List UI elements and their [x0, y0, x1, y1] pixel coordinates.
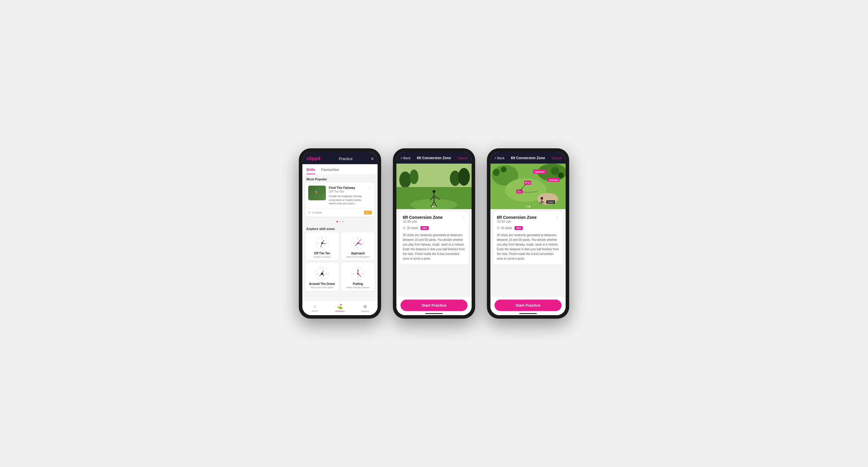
phone-2-screen: < Back 6ft Conversion Zone Cancel [396, 152, 472, 315]
page-title: Practice [339, 157, 352, 161]
svg-point-26 [323, 275, 324, 276]
svg-point-29 [357, 277, 359, 279]
nav-activities-label: Activities [335, 310, 345, 312]
drill-detail-meta: ⏱ 20 shots ARG [403, 226, 465, 230]
drill-detail-name: 6ft Conversion Zone [403, 215, 442, 220]
svg-point-35 [357, 270, 359, 271]
tabs-bar: Drills Favourites [302, 164, 378, 174]
start-practice-button-3[interactable]: Start Practice [495, 300, 561, 311]
drill-detail-range-3: 10-50 yds [497, 220, 536, 223]
skill-name-approach: Approach [344, 252, 372, 255]
img-dot-1[interactable] [432, 206, 433, 207]
nav-activities[interactable]: ⛳ Activities [327, 301, 352, 315]
home-bar [425, 313, 443, 314]
drill-description: Create an imaginary fairway using trees … [329, 194, 365, 206]
home-bar-3 [519, 313, 537, 314]
skill-card-ott[interactable]: Off The Tee Power accuracy [305, 232, 339, 261]
svg-point-38 [410, 169, 418, 184]
phone-1: clippd Practice ≡ Drills Favourites Most… [299, 148, 381, 319]
svg-point-21 [317, 273, 318, 274]
svg-point-2 [321, 247, 322, 248]
svg-point-25 [321, 273, 323, 275]
dot-1[interactable] [336, 221, 338, 222]
drill-name-title-3: 6ft Conversion Zone 10-50 yds [497, 215, 536, 225]
nav-home[interactable]: ⌂ Home [302, 301, 327, 315]
svg-point-17 [357, 242, 359, 244]
tab-drills[interactable]: Drills [307, 167, 315, 174]
svg-point-57 [558, 172, 564, 178]
drill-detail-card-3: 6ft Conversion Zone 10-50 yds ☆ ⏱ 20 sho… [493, 211, 563, 265]
drill-tag-arg-3: ARG [515, 226, 523, 230]
skill-desc-ott: Power accuracy [308, 256, 336, 258]
svg-point-55 [501, 167, 506, 172]
nav-home-label: Home [312, 309, 318, 312]
phone-2: < Back 6ft Conversion Zone Cancel [393, 148, 475, 319]
skill-card-atg[interactable]: Around The Green Hone your short game [305, 263, 339, 291]
skill-desc-putting: Make and lag practice [344, 286, 372, 289]
skill-card-putting[interactable]: Putting Make and lag practice [341, 263, 375, 291]
drill-detail-header: 6ft Conversion Zone 10-50 yds ☆ [403, 215, 465, 225]
drill-image-map: FAIRWAY ROUGH Hit Miss [490, 164, 566, 209]
drill-favourite-icon-3[interactable]: ☆ [555, 215, 559, 220]
skill-desc-atg: Hone your short game [308, 286, 336, 289]
start-practice-button-2[interactable]: Start Practice [401, 300, 467, 311]
tab-favourites[interactable]: Favourites [321, 167, 339, 174]
svg-point-1 [321, 238, 322, 239]
skill-name-atg: Around The Green [308, 282, 336, 286]
drill-favourite-icon[interactable]: ☆ [461, 215, 465, 220]
shots-meta-count-3: 20 shots [501, 227, 512, 230]
img-dot-3-2[interactable] [529, 206, 530, 207]
drill-detail-name-3: 6ft Conversion Zone [497, 215, 536, 220]
svg-point-54 [493, 169, 500, 176]
app-logo: clippd [307, 156, 320, 161]
dot-2[interactable] [339, 221, 341, 222]
svg-point-37 [399, 171, 411, 188]
ott-icon [308, 236, 336, 251]
skill-name-putting: Putting [344, 282, 372, 286]
drill-detail-meta-3: ⏱ 20 shots ARG [497, 226, 559, 230]
svg-point-22 [326, 273, 327, 274]
svg-point-34 [357, 273, 359, 275]
favourite-icon[interactable]: ☆ [368, 186, 372, 190]
shots-count: 10 shots [312, 211, 322, 214]
putting-icon [344, 266, 372, 281]
shots-info: ⏱ 10 shots [308, 211, 322, 214]
home-icon: ⌂ [313, 304, 316, 309]
svg-text:FAIRWAY: FAIRWAY [534, 171, 545, 173]
golf-photo [396, 164, 472, 209]
svg-point-3 [317, 243, 318, 244]
golf-map: FAIRWAY ROUGH Hit Miss [490, 164, 566, 209]
start-btn-container-3: Start Practice [490, 296, 566, 315]
drill-image-photo [396, 164, 472, 209]
carousel-dots [302, 219, 378, 224]
back-button[interactable]: < Back [401, 156, 410, 160]
svg-point-11 [357, 247, 359, 248]
drill-tag-arg: ARG [421, 226, 429, 230]
cancel-button-3[interactable]: Cancel [552, 156, 561, 160]
svg-point-20 [321, 277, 322, 279]
svg-point-19 [321, 269, 322, 270]
img-dot-3-1[interactable] [526, 206, 527, 207]
drill-detail-card: 6ft Conversion Zone 10-50 yds ☆ ⏱ 20 sho… [399, 211, 469, 265]
image-carousel-dots [432, 206, 436, 207]
approach-icon [344, 236, 372, 251]
back-button-3[interactable]: < Back [495, 156, 504, 160]
drill-detail-range: 10-50 yds [403, 220, 442, 223]
nav-capture[interactable]: ⊕ Capture [352, 301, 378, 315]
most-popular-label: Most Popular [302, 174, 378, 183]
menu-icon[interactable]: ≡ [371, 156, 373, 161]
drill-subtitle: Off The Tee [329, 190, 365, 193]
img-dot-2[interactable] [435, 206, 436, 207]
svg-text:SAND: SAND [548, 201, 553, 203]
shots-meta: ⏱ 20 shots [403, 227, 418, 230]
clock-meta-icon: ⏱ [403, 227, 406, 230]
phone-1-screen: clippd Practice ≡ Drills Favourites Most… [302, 152, 378, 315]
featured-drill-card[interactable]: 🏌️ Find The Fairway Off The Tee Create a… [305, 183, 375, 217]
skill-card-approach[interactable]: Approach Dial-in to hit the green [341, 232, 375, 261]
dot-3[interactable] [342, 221, 344, 222]
svg-point-4 [326, 243, 327, 244]
cancel-button[interactable]: Cancel [458, 156, 467, 160]
atg-icon [308, 266, 336, 281]
svg-point-13 [362, 243, 363, 244]
practice-content: Most Popular 🏌️ Find The Fairway Off The… [302, 174, 378, 315]
